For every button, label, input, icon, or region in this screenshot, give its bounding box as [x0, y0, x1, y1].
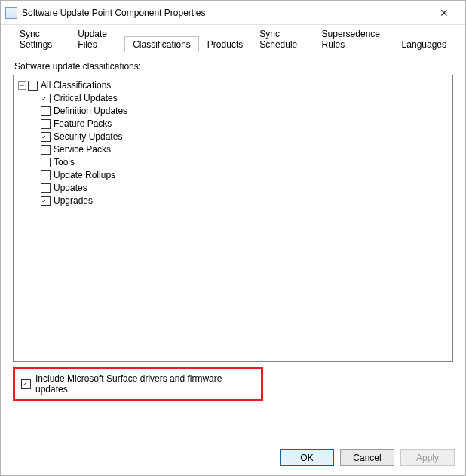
client-area: Sync Settings Update Files Classificatio… [1, 25, 465, 441]
checkbox[interactable] [41, 119, 51, 129]
checkbox[interactable] [41, 170, 51, 180]
tree-label: Tools [54, 157, 75, 167]
tree-label: Upgrades [54, 195, 93, 206]
tree-label: Critical Updates [54, 93, 118, 103]
tree-label: Service Packs [54, 144, 111, 155]
checkbox[interactable] [41, 158, 51, 167]
tree-node[interactable]: Critical Updates [41, 92, 448, 104]
tab-classifications[interactable]: Classifications [124, 36, 199, 52]
tree-label: Update Rollups [54, 170, 115, 180]
tree-node[interactable]: Upgrades [41, 195, 448, 207]
app-icon [5, 7, 17, 19]
checkbox[interactable] [41, 106, 51, 116]
cancel-button[interactable]: Cancel [340, 449, 394, 466]
tree-node[interactable]: Tools [41, 156, 448, 168]
dialog-window: Software Update Point Component Properti… [0, 0, 466, 476]
checkbox[interactable] [41, 196, 51, 206]
checkbox-include-surface[interactable] [21, 379, 31, 389]
tree-label: Definition Updates [54, 106, 127, 116]
tree-node-all-classifications[interactable]: − All Classifications [18, 79, 448, 91]
tree-node[interactable]: Updates [41, 182, 448, 194]
section-label: Software update classifications: [14, 61, 453, 72]
tree-label: Feature Packs [54, 118, 112, 129]
tab-panel-classifications: Software update classifications: − All C… [11, 52, 455, 433]
tab-sync-settings[interactable]: Sync Settings [11, 26, 69, 52]
highlight-include-surface: Include Microsoft Surface drivers and fi… [13, 367, 263, 401]
tab-sync-schedule[interactable]: Sync Schedule [251, 26, 313, 52]
tab-products[interactable]: Products [199, 36, 251, 52]
tree-node[interactable]: Security Updates [41, 131, 448, 143]
checkbox[interactable] [41, 94, 51, 103]
tree-node[interactable]: Definition Updates [41, 105, 448, 117]
tree-node[interactable]: Feature Packs [41, 118, 448, 130]
dialog-button-row: OK Cancel Apply [1, 441, 465, 475]
apply-button: Apply [400, 449, 455, 466]
close-button[interactable]: ✕ [429, 7, 459, 19]
tree-label: Updates [54, 183, 87, 193]
ok-button[interactable]: OK [280, 449, 334, 466]
spacer [13, 401, 453, 431]
include-surface-label: Include Microsoft Surface drivers and fi… [35, 373, 255, 395]
tree-node[interactable]: Update Rollups [41, 169, 448, 181]
tab-update-files[interactable]: Update Files [69, 26, 124, 52]
tab-languages[interactable]: Languages [394, 36, 455, 52]
checkbox[interactable] [41, 132, 51, 142]
classifications-tree[interactable]: − All Classifications Critical UpdatesDe… [13, 75, 453, 362]
tree-label: All Classifications [41, 80, 111, 91]
collapse-icon[interactable]: − [18, 81, 26, 90]
title-bar: Software Update Point Component Properti… [1, 1, 465, 25]
checkbox-all-classifications[interactable] [28, 81, 38, 91]
checkbox[interactable] [41, 145, 51, 155]
tab-strip: Sync Settings Update Files Classificatio… [11, 35, 455, 52]
checkbox[interactable] [41, 183, 51, 193]
tree-label: Security Updates [54, 131, 122, 142]
tree-node[interactable]: Service Packs [41, 143, 448, 155]
tab-supersedence-rules[interactable]: Supersedence Rules [314, 26, 394, 52]
window-title: Software Update Point Component Properti… [22, 8, 429, 18]
